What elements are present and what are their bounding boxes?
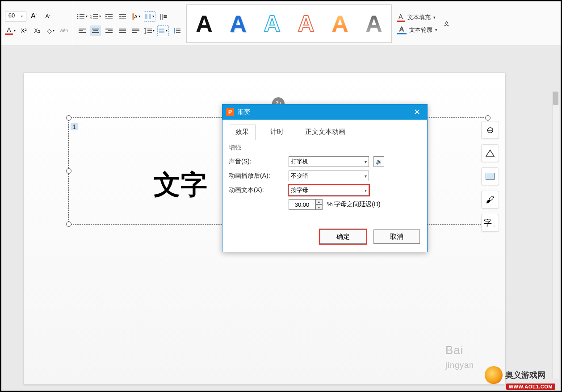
close-button[interactable]: ✕	[410, 105, 424, 119]
svg-rect-28	[105, 29, 113, 29]
increase-font-icon[interactable]: A+	[29, 11, 40, 22]
font-size-group: 60▾ A+ A- A▾ X² X₂ ◇▾ wěn	[1, 1, 73, 46]
align-justify-icon[interactable]	[117, 25, 128, 36]
svg-rect-48	[486, 173, 494, 179]
text-style-orange-gradient[interactable]: A	[324, 8, 356, 39]
collapse-button-icon[interactable]: ⊖	[481, 121, 499, 139]
ok-button[interactable]: 确定	[320, 229, 366, 244]
decrease-indent-icon[interactable]	[104, 11, 114, 22]
tab-timing[interactable]: 计时	[264, 125, 290, 140]
clear-format-icon[interactable]: ◇▾	[45, 25, 56, 36]
svg-rect-40	[159, 29, 164, 30]
paragraph-group: ▾ 123▾ ǁA▾ ▾ ǁ≡ ▾ ▾	[73, 1, 186, 46]
columns-icon[interactable]: ▾	[144, 11, 155, 22]
phonetic-icon[interactable]: wěn	[59, 25, 69, 36]
subscript-icon[interactable]: X₂	[32, 25, 42, 36]
superscript-icon[interactable]: X²	[18, 25, 29, 36]
text-convert-icon[interactable]: 字→	[481, 214, 499, 232]
spinner-down-icon[interactable]: ▼	[315, 204, 323, 210]
decrease-font-icon[interactable]: A-	[42, 11, 53, 22]
svg-marker-13	[105, 16, 107, 17]
vertical-scrollbar[interactable]	[552, 91, 559, 379]
text-outline-button[interactable]: A 文本轮廓▾	[397, 25, 437, 34]
text-style-gray-gradient[interactable]: A	[358, 8, 390, 39]
textbox-content[interactable]: 文字	[154, 167, 207, 203]
app-logo-icon: P	[226, 108, 234, 116]
resize-handle[interactable]	[66, 115, 71, 121]
cancel-button[interactable]: 取消	[373, 229, 420, 244]
svg-rect-7	[93, 14, 98, 15]
text-fill-button[interactable]: A 文本填充▾	[397, 13, 437, 22]
text-style-outline-red[interactable]: A	[290, 8, 322, 39]
spinner-up-icon[interactable]: ▲	[315, 199, 323, 204]
svg-rect-22	[79, 29, 86, 29]
line-spacing-icon[interactable]: ▾	[144, 25, 155, 36]
increase-indent-icon[interactable]	[117, 11, 128, 22]
scrollbar-thumb[interactable]	[553, 92, 558, 105]
text-style-gallery-group: A A A A A A	[186, 1, 392, 46]
distribute-icon[interactable]	[130, 25, 141, 36]
after-anim-select[interactable]: 不变暗▾	[289, 171, 369, 181]
svg-point-0	[77, 14, 79, 15]
svg-rect-42	[176, 29, 180, 29]
svg-rect-26	[93, 30, 98, 31]
slide-canvas-area: 1 ↻ 文字 ⊖ 🖌 字→ Baijingyan	[1, 46, 561, 391]
dialog-title: 渐变	[238, 108, 250, 116]
text-style-gallery[interactable]: A A A A A A	[186, 4, 392, 43]
play-sound-button[interactable]: 🔉	[373, 156, 384, 167]
shape-style-icon[interactable]	[481, 144, 499, 162]
watermark: Baijingyan	[445, 343, 474, 371]
dialog-footer: 确定 取消	[222, 222, 427, 252]
resize-handle[interactable]	[66, 221, 71, 227]
svg-point-4	[77, 17, 79, 19]
paragraph-spacing-icon[interactable]: ▾	[157, 25, 169, 36]
font-color-icon[interactable]: A▾	[5, 25, 16, 36]
svg-rect-16	[119, 14, 126, 15]
sound-select[interactable]: 打字机▾	[289, 156, 369, 167]
align-center-icon[interactable]	[90, 25, 101, 36]
svg-rect-5	[80, 18, 84, 19]
delay-input[interactable]	[289, 199, 315, 210]
spacing-settings-icon[interactable]	[172, 25, 182, 36]
tab-effect[interactable]: 效果	[229, 125, 256, 140]
format-painter-icon[interactable]: 🖌	[481, 191, 499, 209]
animation-effect-dialog: P 渐变 ✕ 效果 计时 正文文本动画 增强 声音(S): 打字机▾ 🔉	[222, 104, 428, 252]
dialog-body: 效果 计时 正文文本动画 增强 声音(S): 打字机▾ 🔉 动画播放后(A): …	[222, 120, 427, 222]
svg-rect-34	[132, 29, 139, 29]
svg-rect-29	[108, 30, 113, 31]
font-size-selector[interactable]: 60▾	[5, 12, 26, 21]
tab-text-animation[interactable]: 正文文本动画	[298, 125, 352, 140]
anim-text-select[interactable]: 按字母▾	[289, 185, 369, 196]
label-sound: 声音(S):	[229, 158, 284, 166]
bullets-icon[interactable]: ▾	[77, 11, 88, 22]
svg-point-2	[77, 16, 79, 17]
label-delay: % 字母之间延迟(D)	[327, 200, 381, 209]
site-logo: 奥义游戏网 WWW.AOE1.COM	[485, 359, 561, 391]
text-direction-icon[interactable]: ǁA▾	[130, 11, 141, 22]
resize-handle[interactable]	[66, 168, 71, 174]
text-style-blue-shadow[interactable]: A	[222, 8, 254, 39]
svg-rect-14	[108, 16, 113, 17]
svg-rect-41	[159, 31, 164, 33]
svg-rect-12	[105, 14, 113, 15]
svg-rect-39	[147, 32, 152, 33]
align-right-icon[interactable]	[104, 25, 114, 36]
resize-handle[interactable]	[485, 115, 491, 121]
logo-url: WWW.AOE1.COM	[506, 384, 555, 390]
layout-options-icon[interactable]	[481, 167, 499, 185]
floating-toolbar: ⊖ 🖌 字→	[481, 121, 499, 232]
animation-order-badge: 1	[71, 123, 78, 130]
delay-spinner[interactable]: ▲ ▼	[289, 199, 323, 210]
section-enhance-label: 增强	[229, 144, 421, 152]
text-effects-truncated[interactable]: 文	[442, 1, 454, 46]
svg-rect-27	[92, 32, 99, 33]
numbering-icon[interactable]: 123▾	[90, 11, 101, 22]
svg-rect-3	[80, 16, 84, 17]
text-style-outline-cyan[interactable]: A	[256, 8, 288, 39]
vertical-align-icon[interactable]: ǁ≡	[158, 11, 169, 22]
dialog-tabs: 效果 计时 正文文本动画	[229, 124, 421, 140]
align-left-icon[interactable]	[77, 25, 88, 36]
svg-rect-11	[93, 18, 98, 19]
text-style-solid-black[interactable]: A	[189, 8, 220, 39]
dialog-titlebar[interactable]: P 渐变 ✕	[222, 104, 427, 120]
